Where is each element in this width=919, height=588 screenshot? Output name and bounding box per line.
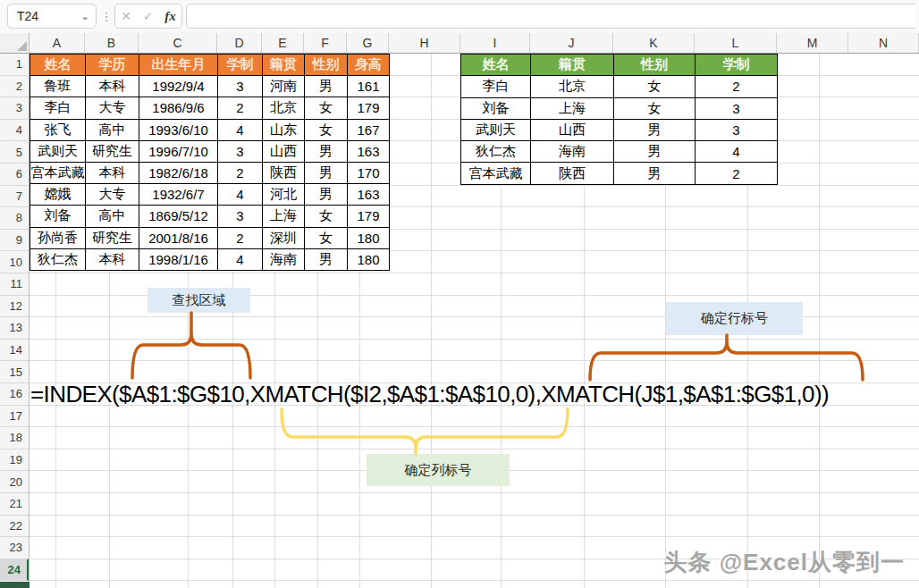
column-header-F[interactable]: F [304, 33, 347, 53]
cell[interactable]: 山西 [531, 119, 614, 140]
cell[interactable]: 男 [305, 140, 348, 162]
cell[interactable]: 上海 [531, 97, 614, 119]
cell[interactable]: 孙尚香 [30, 227, 86, 248]
table-header-cell[interactable]: 学历 [86, 55, 139, 76]
table-header-cell[interactable]: 学制 [218, 55, 263, 76]
cell[interactable]: 山西 [263, 140, 305, 162]
cell[interactable]: 高中 [86, 119, 139, 140]
column-header-C[interactable]: C [139, 33, 217, 53]
cell[interactable]: 武则天 [30, 140, 86, 162]
cell[interactable]: 1869/5/12 [139, 206, 218, 227]
row-header-20[interactable]: 20 [0, 471, 29, 493]
formula-bar-input[interactable] [186, 4, 915, 29]
cell[interactable]: 男 [305, 184, 348, 206]
column-header-H[interactable]: H [389, 33, 460, 53]
table-header-cell[interactable]: 性别 [614, 55, 696, 76]
row-header-23[interactable]: 23 [0, 537, 29, 559]
table-header-cell[interactable]: 性别 [305, 55, 348, 76]
cell[interactable]: 2 [218, 227, 263, 248]
cell[interactable]: 海南 [263, 248, 305, 270]
chevron-down-icon[interactable]: ⌄ [74, 11, 96, 22]
row-header-2[interactable]: 2 [0, 76, 29, 98]
cell[interactable]: 1932/6/7 [139, 184, 218, 206]
cell[interactable]: 宫本武藏 [461, 163, 531, 184]
row-header-6[interactable]: 6 [0, 164, 29, 186]
column-header-E[interactable]: E [262, 33, 304, 53]
column-header-J[interactable]: J [530, 33, 613, 53]
insert-function-icon[interactable]: fx [164, 9, 176, 24]
row-header-12[interactable]: 12 [0, 296, 29, 318]
column-header-G[interactable]: G [347, 33, 389, 53]
row-header-3[interactable]: 3 [0, 97, 29, 120]
cell[interactable]: 大专 [86, 184, 139, 206]
cell[interactable]: 陕西 [531, 163, 614, 184]
cell[interactable]: 1993/6/10 [139, 119, 218, 140]
cell[interactable]: 狄仁杰 [461, 141, 531, 163]
cell[interactable]: 2 [218, 162, 263, 183]
cell[interactable]: 女 [305, 97, 348, 119]
cell[interactable]: 陕西 [263, 162, 305, 183]
row-header-9[interactable]: 9 [0, 230, 29, 252]
cell[interactable]: 女 [614, 97, 696, 119]
cell[interactable]: 180 [348, 248, 390, 270]
cell[interactable]: 男 [614, 119, 696, 140]
row-header-24[interactable]: 24 [0, 559, 29, 582]
enter-icon[interactable]: ✓ [143, 10, 154, 22]
cell[interactable]: 180 [348, 227, 390, 248]
column-header-L[interactable]: L [695, 33, 777, 53]
cell[interactable]: 163 [348, 184, 390, 206]
cell[interactable]: 4 [218, 184, 263, 206]
row-header-4[interactable]: 4 [0, 120, 29, 142]
table-header-cell[interactable]: 籍贯 [531, 55, 614, 76]
cell[interactable]: 1982/6/18 [139, 162, 218, 183]
select-all-corner[interactable] [0, 33, 30, 53]
cell[interactable]: 武则天 [461, 119, 531, 140]
cell[interactable]: 河南 [263, 76, 305, 97]
cell[interactable]: 本科 [86, 248, 139, 270]
cell[interactable]: 河北 [263, 184, 305, 206]
row-header-1[interactable]: 1 [0, 54, 29, 76]
column-header-A[interactable]: A [30, 33, 85, 53]
cancel-icon[interactable]: ✕ [121, 10, 131, 22]
name-box[interactable]: T24 ⌄ [7, 4, 97, 29]
cell[interactable]: 1998/1/16 [139, 248, 218, 270]
row-header-15[interactable]: 15 [0, 361, 29, 383]
cell[interactable]: 2001/8/16 [139, 227, 218, 248]
cell[interactable]: 北京 [263, 97, 305, 119]
cell[interactable]: 2 [696, 163, 778, 184]
table-header-cell[interactable]: 姓名 [461, 55, 531, 76]
cell[interactable]: 研究生 [86, 227, 139, 248]
cell[interactable]: 男 [614, 163, 696, 184]
cell[interactable]: 男 [305, 162, 348, 183]
name-box-value[interactable]: T24 [8, 9, 74, 23]
cell[interactable]: 4 [218, 119, 263, 140]
cell[interactable]: 4 [696, 141, 778, 163]
table-header-cell[interactable]: 出生年月 [139, 55, 218, 76]
cell[interactable]: 嫦娥 [30, 184, 86, 206]
cell[interactable]: 研究生 [86, 140, 139, 162]
cell[interactable]: 男 [614, 141, 696, 163]
table-header-cell[interactable]: 籍贯 [263, 55, 305, 76]
table-header-cell[interactable]: 身高 [348, 55, 390, 76]
row-header-17[interactable]: 17 [0, 406, 29, 428]
row-header-14[interactable]: 14 [0, 340, 29, 362]
cell[interactable]: 女 [305, 119, 348, 140]
cell[interactable]: 3 [218, 140, 263, 162]
row-header-11[interactable]: 11 [0, 273, 29, 296]
cell[interactable]: 3 [696, 119, 778, 140]
cell[interactable]: 宫本武藏 [30, 162, 86, 183]
table-header-cell[interactable]: 学制 [696, 55, 778, 76]
cell[interactable]: 狄仁杰 [30, 248, 86, 270]
cell[interactable]: 1996/7/10 [139, 140, 218, 162]
cell[interactable]: 3 [218, 206, 263, 227]
row-header-8[interactable]: 8 [0, 207, 29, 230]
column-header-K[interactable]: K [613, 33, 695, 53]
table-header-cell[interactable]: 姓名 [30, 55, 86, 76]
cell[interactable]: 179 [348, 206, 390, 227]
cell[interactable]: 1986/9/6 [139, 97, 218, 119]
cell[interactable]: 刘备 [30, 206, 86, 227]
cell[interactable]: 本科 [86, 76, 139, 97]
cell[interactable]: 女 [614, 76, 696, 97]
row-header-16[interactable]: 16 [0, 383, 29, 406]
cell[interactable]: 女 [305, 227, 348, 248]
